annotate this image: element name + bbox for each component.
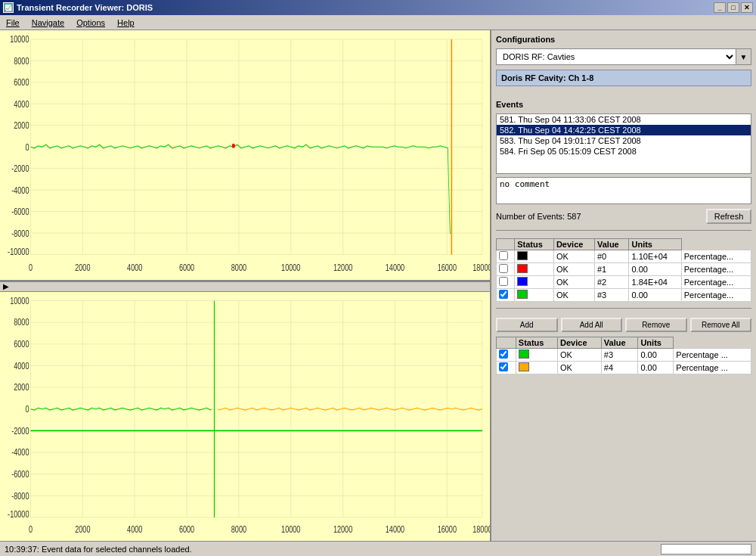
brow1-checkbox[interactable]	[499, 362, 508, 371]
remove-all-button[interactable]: Remove All	[690, 318, 752, 332]
brow1-units: Percentage ...	[674, 362, 751, 374]
bottom-channel-table: Status Device Value Units OK #3 0.00 Per…	[496, 337, 751, 374]
title-bar-controls[interactable]: _ □ ✕	[714, 2, 753, 13]
table-row: OK #3 0.00 Percentage ...	[497, 349, 751, 362]
channel-actions: Add Add All Remove Remove All	[496, 318, 751, 332]
event-item-581[interactable]: 581. Thu Sep 04 11:33:06 CEST 2008	[497, 114, 751, 125]
svg-text:-8000: -8000	[11, 490, 29, 501]
row0-device: #0	[594, 250, 629, 263]
config-section-title: Configurations	[496, 35, 751, 44]
svg-text:16000: 16000	[438, 262, 457, 272]
brow0-units: Percentage ...	[674, 349, 751, 362]
bottom-chart-svg: 10000 8000 6000 4000 2000 0 -2000 -4000 …	[0, 292, 490, 542]
right-panel: Configurations DORIS RF: Cavties ▼ Doris…	[491, 30, 756, 541]
event-item-584[interactable]: 584. Fri Sep 05 05:15:09 CEST 2008	[497, 146, 751, 157]
row1-color	[517, 264, 528, 273]
brow0-color	[519, 349, 529, 359]
svg-text:-4000: -4000	[11, 446, 29, 457]
bcol-units: Units	[638, 337, 674, 349]
config-select[interactable]: DORIS RF: Cavties	[496, 48, 736, 65]
menu-navigate[interactable]: Navigate	[29, 17, 67, 28]
col-units: Units	[629, 239, 681, 250]
add-button[interactable]: Add	[496, 318, 558, 332]
status-bar: 10:39:37: Event data for selected channe…	[0, 541, 756, 556]
svg-text:2000: 2000	[14, 381, 29, 392]
svg-text:14000: 14000	[386, 262, 404, 272]
divider-line-2	[496, 308, 751, 309]
divider-line-1	[496, 230, 751, 231]
svg-text:-6000: -6000	[11, 468, 29, 479]
maximize-button[interactable]: □	[727, 2, 739, 13]
brow1-color	[519, 362, 529, 371]
col-status: Status	[515, 239, 554, 250]
svg-text:4000: 4000	[14, 98, 29, 109]
events-list-container[interactable]: 581. Thu Sep 04 11:33:06 CEST 2008 582. …	[496, 113, 751, 174]
refresh-button[interactable]: Refresh	[706, 209, 751, 224]
svg-text:18000: 18000	[472, 262, 490, 272]
close-button[interactable]: ✕	[741, 2, 753, 13]
svg-text:-4000: -4000	[11, 185, 29, 195]
row3-checkbox[interactable]	[499, 290, 508, 299]
svg-text:2000: 2000	[14, 120, 29, 131]
bcol-check	[497, 337, 516, 349]
row1-status: OK	[553, 263, 594, 276]
svg-text:12000: 12000	[333, 523, 352, 534]
event-item-583[interactable]: 583. Thu Sep 04 19:01:17 CEST 2008	[497, 135, 751, 146]
svg-text:6000: 6000	[179, 523, 194, 534]
col-device: Device	[553, 239, 594, 250]
table-row: OK #2 1.84E+04 Percentage...	[497, 276, 751, 289]
brow0-checkbox[interactable]	[499, 349, 508, 359]
row2-value: 1.84E+04	[629, 276, 681, 289]
row3-status: OK	[553, 289, 594, 302]
row2-checkbox[interactable]	[499, 277, 508, 286]
divider-arrow[interactable]: ▶	[3, 282, 9, 290]
event-item-582[interactable]: 582. Thu Sep 04 14:42:25 CEST 2008	[497, 125, 751, 135]
comment-box[interactable]	[496, 177, 751, 204]
svg-text:0: 0	[25, 403, 29, 414]
svg-text:16000: 16000	[438, 523, 457, 534]
remove-button[interactable]: Remove	[625, 318, 687, 332]
title-bar: 📈 Transient Recorder Viewer: DORIS _ □ ✕	[0, 0, 756, 15]
table-row: OK #1 0.00 Percentage...	[497, 263, 751, 276]
svg-text:6000: 6000	[14, 77, 29, 88]
bcol-device: Device	[558, 337, 602, 349]
row1-units: Percentage...	[681, 263, 751, 276]
config-sub-label: Doris RF Cavity: Ch 1-8	[496, 70, 751, 86]
row2-units: Percentage...	[681, 276, 751, 289]
svg-text:12000: 12000	[333, 262, 352, 272]
menu-options[interactable]: Options	[73, 17, 108, 28]
svg-text:-2000: -2000	[11, 425, 29, 436]
svg-text:8000: 8000	[14, 55, 29, 66]
svg-text:14000: 14000	[386, 523, 404, 534]
svg-text:-2000: -2000	[11, 163, 29, 173]
svg-text:2000: 2000	[75, 262, 90, 272]
svg-text:-6000: -6000	[11, 206, 29, 216]
menu-file[interactable]: File	[3, 17, 23, 28]
row1-checkbox[interactable]	[499, 264, 508, 273]
minimize-button[interactable]: _	[714, 2, 726, 13]
svg-text:0: 0	[25, 141, 29, 152]
brow1-status: OK	[558, 362, 602, 374]
svg-text:10000: 10000	[10, 295, 29, 306]
events-section-title: Events	[496, 100, 751, 109]
brow1-device: #4	[601, 362, 638, 374]
svg-text:-10000: -10000	[8, 246, 29, 256]
add-all-button[interactable]: Add All	[561, 318, 623, 332]
table-row: OK #3 0.00 Percentage...	[497, 289, 751, 302]
left-panel: 10000 8000 6000 4000 2000 0 -2000 -4000 …	[0, 30, 491, 541]
row2-status: OK	[553, 276, 594, 289]
col-value: Value	[594, 239, 629, 250]
menu-help[interactable]: Help	[114, 17, 138, 28]
svg-text:18000: 18000	[472, 523, 490, 534]
row0-value: 1.10E+04	[629, 250, 681, 263]
chart-divider[interactable]: ▶	[0, 281, 490, 292]
main-content: 10000 8000 6000 4000 2000 0 -2000 -4000 …	[0, 30, 756, 541]
table-row: OK #0 1.10E+04 Percentage...	[497, 250, 751, 263]
app-icon: 📈	[3, 2, 14, 13]
row0-units: Percentage...	[681, 250, 751, 263]
svg-text:10000: 10000	[10, 34, 29, 45]
col-check	[497, 239, 515, 250]
row0-checkbox[interactable]	[499, 251, 508, 260]
config-dropdown[interactable]: DORIS RF: Cavties ▼	[496, 48, 751, 65]
config-dropdown-arrow[interactable]: ▼	[736, 48, 751, 65]
